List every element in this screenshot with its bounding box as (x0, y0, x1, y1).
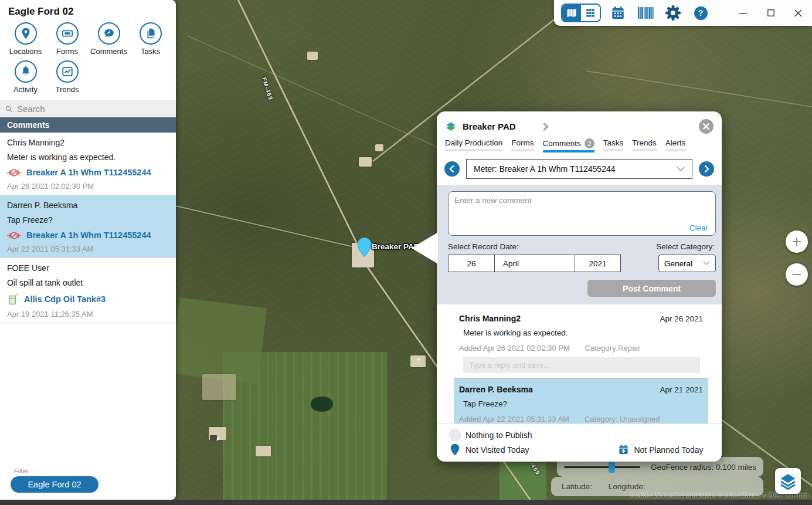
comment-author: Chris Manning2 (459, 314, 521, 323)
blue-pin-icon (450, 443, 460, 456)
comment-list-item[interactable]: FOEE User Oil spill at tank outlet Allis… (0, 258, 176, 323)
new-comment-input[interactable] (454, 196, 709, 222)
geofence-slider[interactable] (564, 466, 640, 468)
comment-author: Chris Manning2 (7, 135, 169, 149)
tab-trends[interactable]: Trends (632, 138, 657, 152)
zoom-out-button[interactable] (786, 263, 808, 286)
comment-location-link[interactable]: Breaker A 1h Whm T112455244 (26, 168, 151, 177)
longitude-label: Longitude: (609, 482, 645, 491)
popup-comments-list: Chris Manning2 Apr 26 2021 Meter is work… (437, 304, 722, 423)
close-window-button[interactable] (784, 0, 812, 26)
category-label: Select Category: (656, 242, 715, 251)
comment-list-item-selected[interactable]: Darren P. Beeksma Tap Freeze? Breaker A … (0, 195, 176, 258)
nav-label: Locations (9, 47, 42, 56)
search-input[interactable] (17, 104, 171, 114)
map-well-pad (307, 52, 318, 60)
popup-close-button[interactable] (699, 119, 714, 134)
clear-link[interactable]: Clear (689, 223, 708, 232)
previous-meter-button[interactable] (444, 161, 460, 177)
tab-daily-production[interactable]: Daily Production (445, 138, 502, 152)
map-building (210, 435, 217, 440)
month-select[interactable]: April (495, 255, 575, 272)
map-view-toggle[interactable] (562, 5, 581, 21)
sidebar-item-locations[interactable]: Locations (5, 22, 46, 56)
settings-button[interactable] (662, 2, 684, 23)
post-comment-button[interactable]: Post Comment (587, 280, 716, 297)
record-date-label: Select Record Date: (448, 242, 519, 251)
sidebar-item-activity[interactable]: Activity (5, 60, 46, 94)
map-well-pad (410, 355, 426, 367)
popup-tabs: Daily Production Forms Comments 2 Tasks … (437, 135, 722, 152)
sidebar-item-forms[interactable]: Forms (46, 22, 88, 56)
geofence-label: GeoFence radius: 0.100 miles (651, 463, 756, 472)
tab-label: Comments (543, 139, 581, 148)
tab-alerts[interactable]: Alerts (665, 138, 686, 152)
sidebar-item-tasks[interactable]: Tasks (130, 22, 171, 56)
year-select[interactable]: 2021 (575, 255, 620, 272)
reply-input[interactable] (463, 357, 700, 373)
map-well-pad (359, 157, 372, 167)
chevron-right-icon[interactable] (541, 122, 550, 131)
legend-label: Not Visited Today (466, 445, 529, 455)
comment-text: Tap Freeze? (7, 212, 169, 226)
next-meter-button[interactable] (699, 161, 714, 177)
tab-tasks[interactable]: Tasks (603, 138, 624, 152)
chevron-left-icon (449, 165, 456, 172)
chevron-down-icon (703, 261, 710, 266)
popup-legend: Nothing to Publish Not Visited Today Not (437, 423, 722, 462)
tab-label: Trends (632, 138, 657, 147)
comment-author: Darren P. Beeksma (459, 385, 533, 394)
record-date-picker: 26 April 2021 (448, 255, 621, 272)
chevron-down-icon (677, 167, 685, 172)
map-tank-dot (417, 358, 420, 361)
search-icon (5, 105, 13, 113)
tab-underline (603, 149, 624, 151)
popup-comment-item[interactable]: Chris Manning2 Apr 26 2021 Meter is work… (454, 308, 708, 373)
zoom-in-button[interactable] (786, 231, 808, 253)
tab-forms[interactable]: Forms (511, 138, 534, 152)
comment-location-link[interactable]: Breaker A 1h Whm T112455244 (26, 231, 151, 240)
comment-timestamp: Apr 19 2021 11:26:35 AM (7, 307, 169, 323)
sidebar-footer: Filter: Eagle Ford 02 (0, 465, 176, 500)
nav-label: Forms (56, 47, 78, 56)
map-well-pad (375, 144, 383, 151)
window-frame-bottom (0, 500, 812, 505)
day-select[interactable]: 26 (449, 255, 495, 272)
tab-underline (632, 149, 657, 151)
legend-label: Nothing to Publish (466, 431, 532, 440)
calendar-icon (610, 5, 626, 21)
popup-header: Breaker PAD (437, 111, 722, 135)
geofence-slider-thumb[interactable] (609, 462, 615, 473)
maximize-button[interactable] (757, 0, 784, 26)
comment-location-link[interactable]: Allis Cdp Oil Tank#3 (24, 294, 106, 304)
chevron-right-icon (703, 165, 710, 172)
minimize-button[interactable] (729, 0, 757, 26)
nav-label: Tasks (141, 47, 160, 56)
sidebar-item-trends[interactable]: Trends (46, 60, 88, 94)
category-select-dropdown[interactable]: General (658, 255, 716, 272)
tab-label: Alerts (665, 138, 686, 147)
reply-field-wrap (463, 357, 700, 373)
filter-label: Filter: (11, 467, 176, 475)
map-layers-button[interactable] (775, 468, 801, 494)
map-marker-breaker-pad[interactable] (357, 237, 372, 260)
meter-select-dropdown[interactable]: Meter: Breaker A 1h Whm T112455244 (466, 159, 692, 179)
help-button[interactable]: ? (690, 2, 711, 23)
tab-label: Forms (511, 138, 534, 147)
grid-view-toggle[interactable] (581, 5, 600, 21)
barcode-button[interactable] (635, 2, 656, 23)
sidebar-item-comments[interactable]: Comments (88, 22, 130, 56)
help-icon: ? (694, 6, 708, 20)
meter-select-value: Meter: Breaker A 1h Whm T112455244 (474, 164, 616, 174)
comments-list: Chris Manning2 Meter is working as expec… (0, 133, 176, 465)
sidebar: Eagle Ford 02 Locations Forms Comments T… (0, 0, 176, 500)
marker-pin-icon (357, 237, 372, 257)
tab-underline (511, 149, 534, 151)
filter-pill-button[interactable]: Eagle Ford 02 (11, 476, 98, 493)
calendar-button[interactable] (607, 2, 628, 23)
comment-bubble-icon (103, 27, 115, 40)
meter-icon (7, 231, 21, 240)
popup-comment-item-selected[interactable]: Darren P. Beeksma Apr 21 2021 Tap Freeze… (454, 379, 708, 423)
comment-list-item[interactable]: Chris Manning2 Meter is working as expec… (0, 133, 176, 195)
tab-comments[interactable]: Comments 2 (543, 138, 594, 152)
